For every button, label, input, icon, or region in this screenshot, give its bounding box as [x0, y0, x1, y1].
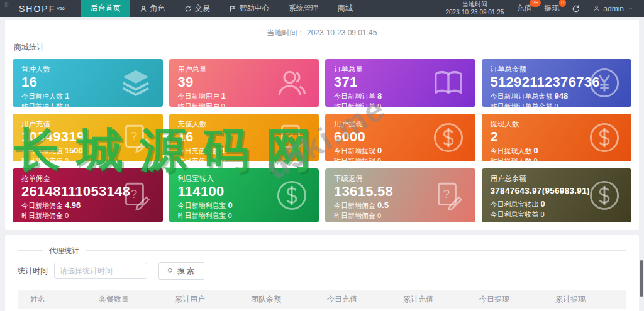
scrollbar-thumb[interactable]	[640, 260, 643, 297]
book-icon	[431, 66, 465, 100]
navbar-time-label: 当地时间	[445, 1, 504, 9]
flag-icon	[229, 5, 236, 13]
refresh-icon[interactable]	[572, 4, 580, 13]
stat-cards-grid: 首冲人数16今日首冲人数1昨日首冲人数0用户总量39今日新增用户1昨日新增用户0…	[13, 59, 631, 222]
card-yesterday-line: 昨日新增佣金0	[334, 211, 467, 221]
stat-card-user-total-balance: 用户总余额37847643.97(956983.91)今日利息宝转出0今日利息宝…	[482, 168, 632, 222]
stat-card-recharge-users: 充值人数16今日充值人数1昨日充值人数0?	[169, 114, 319, 161]
svg-text:?: ?	[443, 187, 449, 200]
app-logo-version: V16	[57, 6, 64, 11]
nav-item-label: 角色	[150, 3, 165, 14]
users-icon	[275, 66, 309, 100]
card-yesterday-line: 昨日新增利息宝0	[178, 211, 311, 221]
edit-doc-icon: ?	[119, 178, 153, 212]
user-icon	[593, 5, 600, 12]
nav-item-label: 后台首页	[91, 3, 121, 14]
agent-stats-title: 代理统计	[43, 246, 86, 256]
stat-card-total-users: 用户总量39今日新增用户1昨日新增用户0	[169, 59, 319, 107]
stat-time-label: 统计时间	[18, 266, 48, 276]
recharge-menu-item[interactable]: 充值 25	[516, 3, 531, 14]
mall-stats-title: 商城统计	[14, 42, 630, 53]
withdraw-label: 提现	[544, 4, 559, 13]
yen-circle-icon	[587, 66, 621, 100]
stat-card-first-recharge-users: 首冲人数16今日首冲人数1昨日首冲人数0	[13, 59, 163, 107]
stat-card-user-withdraw: 用户提现6000今日新增提现0昨日新增提现0	[325, 114, 475, 161]
layers-icon	[119, 66, 153, 100]
recharge-badge: 25	[530, 0, 541, 7]
card-yesterday-line: 昨日新增提现0	[334, 156, 467, 161]
col-header: 团队余额	[246, 290, 322, 309]
nav-item-label: 系统管理	[289, 3, 319, 14]
nav-item-label: 帮助中心	[240, 3, 270, 14]
local-time-label: 当地时间：	[267, 28, 305, 37]
nav-item-system-manage[interactable]: 系统管理	[279, 0, 328, 17]
card-yesterday-line: 昨日新增用户0	[178, 102, 311, 107]
withdraw-badge: 0	[559, 0, 566, 7]
stat-card-grab-order-commission: 抢单佣金26148111053148今日新增佣金4.96昨日新增佣金0?	[13, 168, 163, 222]
chevron-up-icon	[627, 5, 634, 12]
svg-text:?: ?	[130, 129, 136, 143]
app-logo-text: SHOPF	[19, 4, 55, 14]
card-yesterday-line: 昨日充值人数0	[178, 156, 311, 161]
col-header: 今日充值	[322, 290, 398, 309]
stat-card-sub-rebate: 下级返佣13615.58今日新增佣金0.5昨日新增佣金0?	[325, 168, 475, 222]
navbar-right: 当地时间 2023-10-23 09:01:25 充值 25 提现 0 admi…	[445, 0, 644, 17]
exchange-icon	[184, 5, 192, 13]
dollar-circle-icon	[275, 178, 309, 212]
nav-item-label: 商城	[338, 3, 353, 14]
edit-doc-icon: ?	[431, 178, 465, 212]
stat-card-total-orders: 订单总量371今日新增订单8昨日新增订单0	[325, 59, 475, 107]
username: admin	[603, 4, 624, 13]
dashboard-panel: 当地时间： 2023-10-23 09:01:45 商城统计 首冲人数16今日首…	[5, 20, 639, 230]
search-button[interactable]: 搜索	[158, 262, 204, 280]
col-header: 累计用户	[170, 290, 246, 309]
nav-item-trade[interactable]: 交易	[175, 0, 219, 17]
edit-doc-icon: ?	[275, 121, 309, 155]
nav-item-help-center[interactable]: 帮助中心	[219, 0, 279, 17]
card-yesterday-line: 昨日新增佣金0	[21, 211, 154, 221]
top-navbar: ® SHOPFV16 后台首页角色交易帮助中心系统管理商城 当地时间 2023-…	[0, 0, 644, 17]
nav-item-home[interactable]: 后台首页	[81, 0, 130, 17]
card-yesterday-line: 昨日新增订单0	[334, 102, 467, 107]
dollar-circle-icon	[587, 178, 621, 212]
agent-filter-row: 统计时间 搜索	[18, 262, 626, 280]
withdraw-menu-item[interactable]: 提现 0	[544, 3, 559, 14]
col-header: 累计充值	[398, 290, 474, 309]
app-logo: SHOPFV16	[19, 0, 65, 17]
user-menu[interactable]: admin	[593, 4, 634, 13]
stat-card-withdraw-users: 提现人数2今日提现人数0昨日提现人数0	[482, 114, 632, 161]
dollar-circle-icon	[431, 121, 465, 155]
col-header: 累计提现	[550, 290, 626, 309]
card-yesterday-line: 昨日提现人数0	[491, 156, 623, 161]
person-icon	[140, 5, 147, 13]
local-time-value: 2023-10-23 09:01:45	[307, 28, 377, 37]
nav-item-label: 交易	[195, 3, 210, 14]
edit-doc-icon: ?	[119, 121, 153, 155]
agent-table: 姓名套餐数量累计用户团队余额今日充值累计充值今日提现累计提现 ceshidail…	[18, 290, 626, 311]
search-icon	[167, 267, 174, 275]
stat-card-user-recharge: 用户充值10349319今日新增充值1500昨日新增充值0?	[13, 114, 163, 161]
agent-fieldset: 代理统计	[18, 250, 626, 251]
col-header: 套餐数量	[94, 290, 170, 309]
card-yesterday-line: 昨日新增订单总金额0	[491, 102, 623, 107]
card-yesterday-line: 昨日首冲人数0	[21, 102, 154, 107]
svg-text:?: ?	[287, 129, 293, 143]
nav-item-mall[interactable]: 商城	[328, 0, 362, 17]
navbar-time-value: 2023-10-23 09:01:25	[445, 9, 504, 17]
search-button-label: 搜索	[177, 266, 196, 276]
agent-stats-panel: 代理统计 统计时间 搜索 姓名套餐数量累计用户团队余额今日充值累计充值今日提现累…	[5, 235, 639, 311]
stat-card-order-total-amount: 订单总金额51292112376736今日新增订单总金额948昨日新增订单总金额…	[482, 59, 632, 107]
local-time-display: 当地时间： 2023-10-23 09:01:45	[13, 28, 631, 38]
nav-item-roles[interactable]: 角色	[130, 0, 175, 17]
stat-time-input[interactable]	[54, 263, 147, 279]
nav-menu: 后台首页角色交易帮助中心系统管理商城	[81, 0, 362, 17]
col-header: 姓名	[18, 290, 94, 309]
stat-card-interest-treasure-in: 利息宝转入114100今日新增利息宝0昨日新增利息宝0	[169, 168, 319, 222]
card-yesterday-line: 昨日新增充值0	[21, 156, 154, 161]
recharge-label: 充值	[516, 4, 531, 13]
registered-mark: ®	[4, 1, 8, 8]
svg-text:?: ?	[130, 187, 136, 200]
table-header-row: 姓名套餐数量累计用户团队余额今日充值累计充值今日提现累计提现	[18, 290, 626, 309]
dollar-circle-icon	[587, 121, 621, 155]
navbar-local-time: 当地时间 2023-10-23 09:01:25	[445, 1, 504, 16]
